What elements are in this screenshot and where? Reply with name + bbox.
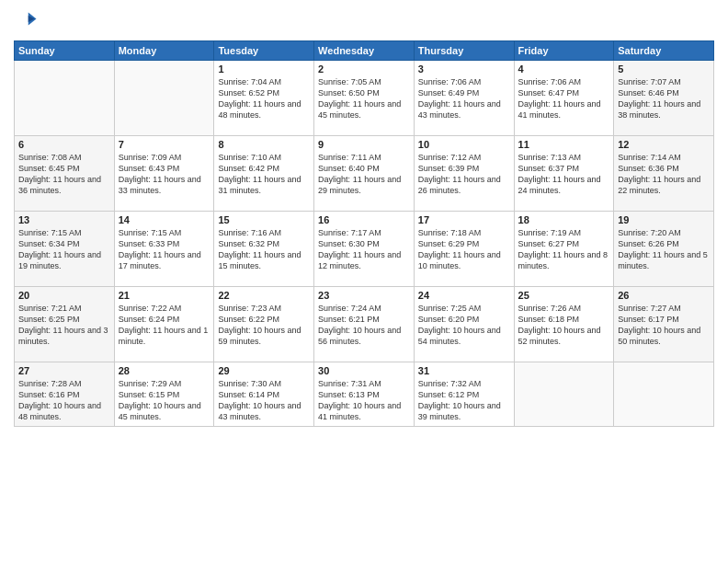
day-info: Sunrise: 7:25 AMSunset: 6:20 PMDaylight:… <box>418 303 510 348</box>
day-number: 25 <box>518 290 610 301</box>
day-number: 13 <box>18 214 110 225</box>
page: SundayMondayTuesdayWednesdayThursdayFrid… <box>0 0 728 563</box>
day-info: Sunrise: 7:20 AMSunset: 6:26 PMDaylight:… <box>618 227 710 272</box>
calendar-cell: 3Sunrise: 7:06 AMSunset: 6:49 PMDaylight… <box>414 61 514 136</box>
day-info: Sunrise: 7:17 AMSunset: 6:30 PMDaylight:… <box>318 227 410 272</box>
calendar-cell: 29Sunrise: 7:30 AMSunset: 6:14 PMDayligh… <box>214 362 314 427</box>
day-info: Sunrise: 7:22 AMSunset: 6:24 PMDaylight:… <box>119 303 210 348</box>
calendar-cell: 9Sunrise: 7:11 AMSunset: 6:40 PMDaylight… <box>314 136 415 212</box>
calendar-cell: 17Sunrise: 7:18 AMSunset: 6:29 PMDayligh… <box>414 212 514 287</box>
day-info: Sunrise: 7:06 AMSunset: 6:47 PMDaylight:… <box>518 76 610 121</box>
logo <box>14 9 43 35</box>
calendar-week-row: 13Sunrise: 7:15 AMSunset: 6:34 PMDayligh… <box>15 212 714 287</box>
calendar-week-row: 1Sunrise: 7:04 AMSunset: 6:52 PMDaylight… <box>15 61 714 136</box>
calendar-cell: 11Sunrise: 7:13 AMSunset: 6:37 PMDayligh… <box>514 136 614 212</box>
day-info: Sunrise: 7:09 AMSunset: 6:43 PMDaylight:… <box>119 152 210 197</box>
day-number: 12 <box>618 139 710 150</box>
calendar-cell <box>15 61 115 136</box>
calendar-cell: 2Sunrise: 7:05 AMSunset: 6:50 PMDaylight… <box>314 61 415 136</box>
day-number: 20 <box>18 290 110 301</box>
day-info: Sunrise: 7:28 AMSunset: 6:16 PMDaylight:… <box>18 378 110 423</box>
calendar-cell: 1Sunrise: 7:04 AMSunset: 6:52 PMDaylight… <box>214 61 314 136</box>
calendar-cell: 26Sunrise: 7:27 AMSunset: 6:17 PMDayligh… <box>614 287 714 362</box>
day-info: Sunrise: 7:21 AMSunset: 6:25 PMDaylight:… <box>18 303 110 348</box>
calendar-cell <box>614 362 714 427</box>
day-info: Sunrise: 7:32 AMSunset: 6:12 PMDaylight:… <box>418 378 510 423</box>
day-number: 4 <box>518 63 610 75</box>
day-info: Sunrise: 7:26 AMSunset: 6:18 PMDaylight:… <box>518 303 610 348</box>
day-number: 5 <box>618 63 710 75</box>
logo-icon <box>14 9 40 35</box>
calendar-header-row: SundayMondayTuesdayWednesdayThursdayFrid… <box>15 41 714 61</box>
day-info: Sunrise: 7:31 AMSunset: 6:13 PMDaylight:… <box>318 378 410 423</box>
calendar-table: SundayMondayTuesdayWednesdayThursdayFrid… <box>14 40 714 427</box>
calendar-header-saturday: Saturday <box>614 41 714 61</box>
day-info: Sunrise: 7:24 AMSunset: 6:21 PMDaylight:… <box>318 303 410 348</box>
day-number: 10 <box>418 139 510 150</box>
calendar-cell: 8Sunrise: 7:10 AMSunset: 6:42 PMDaylight… <box>214 136 314 212</box>
calendar-cell: 22Sunrise: 7:23 AMSunset: 6:22 PMDayligh… <box>214 287 314 362</box>
calendar-cell: 15Sunrise: 7:16 AMSunset: 6:32 PMDayligh… <box>214 212 314 287</box>
day-info: Sunrise: 7:05 AMSunset: 6:50 PMDaylight:… <box>318 76 410 121</box>
calendar-cell: 14Sunrise: 7:15 AMSunset: 6:33 PMDayligh… <box>114 212 214 287</box>
calendar-cell: 4Sunrise: 7:06 AMSunset: 6:47 PMDaylight… <box>514 61 614 136</box>
day-info: Sunrise: 7:27 AMSunset: 6:17 PMDaylight:… <box>618 303 710 348</box>
day-info: Sunrise: 7:18 AMSunset: 6:29 PMDaylight:… <box>418 227 510 272</box>
day-number: 18 <box>518 214 610 225</box>
day-number: 1 <box>218 63 310 75</box>
day-info: Sunrise: 7:30 AMSunset: 6:14 PMDaylight:… <box>218 378 310 423</box>
day-number: 21 <box>119 290 210 301</box>
day-number: 9 <box>318 139 410 150</box>
day-info: Sunrise: 7:19 AMSunset: 6:27 PMDaylight:… <box>518 227 610 272</box>
day-number: 7 <box>119 139 210 150</box>
calendar-cell: 10Sunrise: 7:12 AMSunset: 6:39 PMDayligh… <box>414 136 514 212</box>
day-number: 15 <box>218 214 310 225</box>
day-number: 16 <box>318 214 410 225</box>
calendar-cell: 25Sunrise: 7:26 AMSunset: 6:18 PMDayligh… <box>514 287 614 362</box>
header <box>14 9 714 35</box>
day-info: Sunrise: 7:14 AMSunset: 6:36 PMDaylight:… <box>618 152 710 197</box>
day-info: Sunrise: 7:08 AMSunset: 6:45 PMDaylight:… <box>18 152 110 197</box>
day-info: Sunrise: 7:12 AMSunset: 6:39 PMDaylight:… <box>418 152 510 197</box>
day-info: Sunrise: 7:15 AMSunset: 6:34 PMDaylight:… <box>18 227 110 272</box>
calendar-cell: 20Sunrise: 7:21 AMSunset: 6:25 PMDayligh… <box>15 287 115 362</box>
day-number: 30 <box>318 365 410 376</box>
day-number: 19 <box>618 214 710 225</box>
day-info: Sunrise: 7:16 AMSunset: 6:32 PMDaylight:… <box>218 227 310 272</box>
calendar-header-wednesday: Wednesday <box>314 41 415 61</box>
day-number: 23 <box>318 290 410 301</box>
day-number: 2 <box>318 63 410 75</box>
calendar-header-friday: Friday <box>514 41 614 61</box>
day-info: Sunrise: 7:11 AMSunset: 6:40 PMDaylight:… <box>318 152 410 197</box>
day-number: 28 <box>119 365 210 376</box>
calendar-week-row: 6Sunrise: 7:08 AMSunset: 6:45 PMDaylight… <box>15 136 714 212</box>
calendar-cell: 27Sunrise: 7:28 AMSunset: 6:16 PMDayligh… <box>15 362 115 427</box>
day-info: Sunrise: 7:23 AMSunset: 6:22 PMDaylight:… <box>218 303 310 348</box>
calendar-cell: 19Sunrise: 7:20 AMSunset: 6:26 PMDayligh… <box>614 212 714 287</box>
calendar-cell: 28Sunrise: 7:29 AMSunset: 6:15 PMDayligh… <box>114 362 214 427</box>
calendar-cell: 13Sunrise: 7:15 AMSunset: 6:34 PMDayligh… <box>15 212 115 287</box>
day-info: Sunrise: 7:07 AMSunset: 6:46 PMDaylight:… <box>618 76 710 121</box>
calendar-header-thursday: Thursday <box>414 41 514 61</box>
day-info: Sunrise: 7:10 AMSunset: 6:42 PMDaylight:… <box>218 152 310 197</box>
calendar-cell: 7Sunrise: 7:09 AMSunset: 6:43 PMDaylight… <box>114 136 214 212</box>
day-info: Sunrise: 7:04 AMSunset: 6:52 PMDaylight:… <box>218 76 310 121</box>
calendar-cell: 12Sunrise: 7:14 AMSunset: 6:36 PMDayligh… <box>614 136 714 212</box>
day-number: 22 <box>218 290 310 301</box>
day-number: 17 <box>418 214 510 225</box>
day-number: 3 <box>418 63 510 75</box>
day-number: 26 <box>618 290 710 301</box>
calendar-cell: 24Sunrise: 7:25 AMSunset: 6:20 PMDayligh… <box>414 287 514 362</box>
calendar-week-row: 27Sunrise: 7:28 AMSunset: 6:16 PMDayligh… <box>15 362 714 427</box>
calendar-week-row: 20Sunrise: 7:21 AMSunset: 6:25 PMDayligh… <box>15 287 714 362</box>
calendar-header-monday: Monday <box>114 41 214 61</box>
day-number: 29 <box>218 365 310 376</box>
calendar-cell: 5Sunrise: 7:07 AMSunset: 6:46 PMDaylight… <box>614 61 714 136</box>
day-info: Sunrise: 7:06 AMSunset: 6:49 PMDaylight:… <box>418 76 510 121</box>
calendar-header-sunday: Sunday <box>15 41 115 61</box>
day-info: Sunrise: 7:13 AMSunset: 6:37 PMDaylight:… <box>518 152 610 197</box>
day-number: 31 <box>418 365 510 376</box>
calendar-cell: 23Sunrise: 7:24 AMSunset: 6:21 PMDayligh… <box>314 287 415 362</box>
day-number: 27 <box>18 365 110 376</box>
calendar-cell <box>114 61 214 136</box>
